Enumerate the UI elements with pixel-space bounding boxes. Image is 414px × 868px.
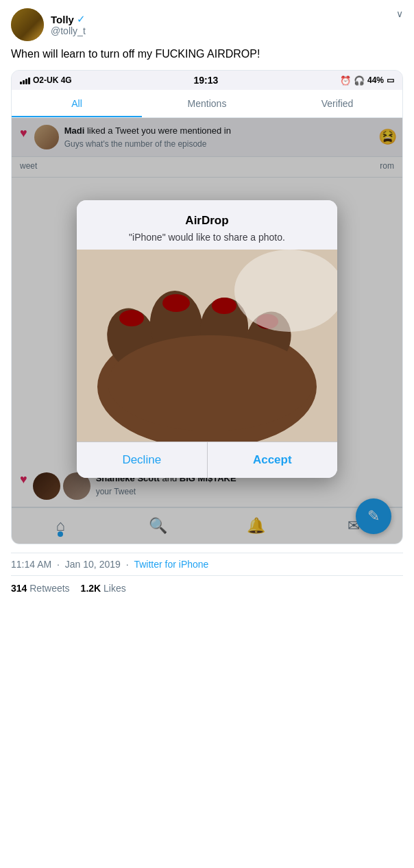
headphone-icon: 🎧: [354, 75, 365, 86]
svg-point-12: [108, 335, 313, 431]
separator-dot-2: ·: [126, 559, 132, 570]
svg-point-7: [119, 310, 144, 326]
tweet-header: Tolly ✓ @tolly_t ∨: [11, 8, 403, 41]
airdrop-actions: Decline Accept: [77, 442, 337, 478]
airdrop-header: AirDrop "iPhone" would like to share a p…: [77, 200, 337, 250]
tweet-date: Jan 10, 2019: [65, 559, 121, 570]
separator-dot: ·: [57, 559, 62, 570]
tab-all[interactable]: All: [12, 90, 142, 117]
airdrop-subtitle: "iPhone" would like to share a photo.: [90, 232, 324, 243]
svg-point-9: [212, 298, 236, 314]
phone-content: ♥ Madi liked a Tweet you were mentioned …: [12, 118, 402, 544]
tweet-metadata: 11:14 AM · Jan 10, 2019 · Twitter for iP…: [11, 553, 403, 576]
time-display: 19:13: [193, 75, 218, 86]
user-name[interactable]: Tolly: [51, 14, 74, 25]
photo-content: [77, 250, 337, 442]
svg-point-8: [162, 294, 190, 312]
battery-area: ⏰ 🎧 44% ▭: [340, 75, 394, 86]
notification-tabs: All Mentions Verified: [12, 90, 402, 118]
airdrop-modal: AirDrop "iPhone" would like to share a p…: [77, 200, 337, 478]
tweet-time: 11:14 AM: [11, 559, 51, 570]
verified-icon: ✓: [77, 13, 86, 25]
alarm-icon: ⏰: [340, 75, 351, 86]
likes-count: 1.2K: [81, 583, 101, 594]
retweets-count: 314: [11, 583, 27, 594]
chevron-down-icon[interactable]: ∨: [396, 8, 403, 19]
battery-label: 44%: [367, 75, 384, 85]
status-bar: O2-UK 4G 19:13 ⏰ 🎧 44% ▭: [12, 71, 402, 90]
airdrop-photo: [77, 250, 337, 442]
avatar[interactable]: [11, 8, 44, 41]
retweets-stat[interactable]: 314 Retweets: [11, 583, 70, 594]
carrier-label: O2-UK 4G: [33, 75, 72, 85]
user-info: Tolly ✓ @tolly_t: [51, 13, 86, 36]
user-handle[interactable]: @tolly_t: [51, 25, 86, 36]
battery-icon: ▭: [387, 75, 394, 85]
retweets-label: Retweets: [29, 583, 69, 594]
airdrop-accept-button[interactable]: Accept: [208, 442, 338, 478]
tab-verified[interactable]: Verified: [272, 90, 402, 117]
airdrop-title: AirDrop: [90, 214, 324, 228]
likes-label: Likes: [103, 583, 126, 594]
tweet-stats: 314 Retweets 1.2K Likes: [11, 576, 403, 601]
airdrop-decline-button[interactable]: Decline: [77, 442, 208, 478]
phone-screenshot: O2-UK 4G 19:13 ⏰ 🎧 44% ▭ All Mentions Ve…: [11, 70, 403, 544]
tab-mentions[interactable]: Mentions: [142, 90, 272, 117]
signal-bars: [20, 76, 30, 84]
tweet-text: When will learn to turn off my FUCKING A…: [11, 47, 403, 62]
likes-stat[interactable]: 1.2K Likes: [81, 583, 126, 594]
tweet-source[interactable]: Twitter for iPhone: [134, 559, 208, 570]
